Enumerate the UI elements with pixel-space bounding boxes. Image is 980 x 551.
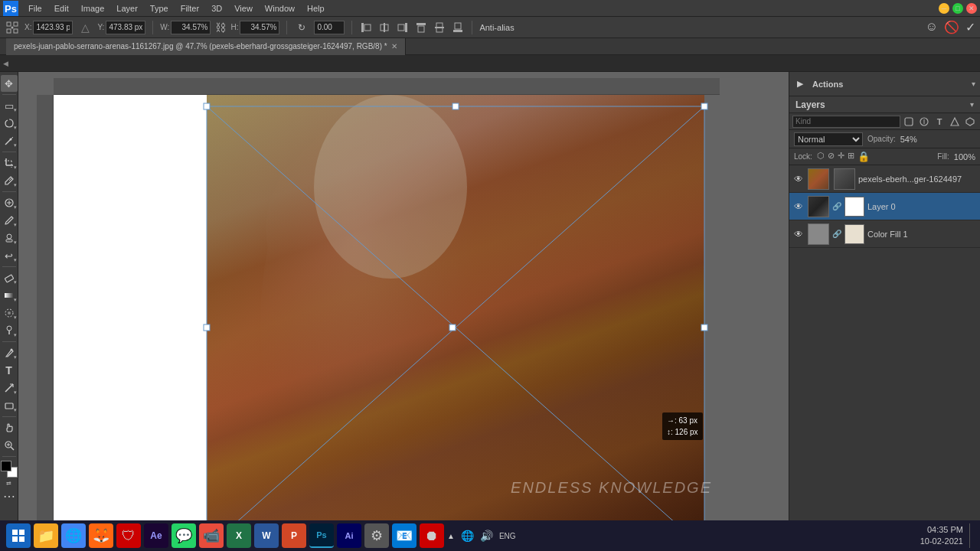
- pen-tool[interactable]: ▾: [1, 344, 18, 361]
- clone-stamp-tool[interactable]: ▾: [1, 230, 18, 246]
- record-icon[interactable]: ⏺: [420, 523, 444, 548]
- lock-artboard-icon[interactable]: ⊞: [848, 151, 854, 162]
- lasso-tool[interactable]: ▾: [1, 115, 18, 132]
- menu-type[interactable]: Type: [145, 2, 174, 15]
- blur-tool[interactable]: ▾: [1, 305, 18, 321]
- tab-close-button[interactable]: ✕: [391, 42, 397, 51]
- blend-mode-select[interactable]: Normal: [794, 132, 863, 146]
- zoom-tool[interactable]: [1, 437, 18, 454]
- collapse-icon[interactable]: ◀: [3, 60, 8, 67]
- eyedropper-tool[interactable]: ▾: [1, 172, 18, 189]
- aftereffects-icon[interactable]: Ae: [144, 523, 168, 548]
- layer-1-visibility-toggle[interactable]: 👁: [792, 201, 805, 213]
- cancel-transform-button[interactable]: 🚫: [944, 20, 959, 34]
- marquee-tool[interactable]: ▭▾: [1, 97, 18, 114]
- tray-up-arrow[interactable]: ▲: [447, 532, 455, 540]
- menu-view[interactable]: View: [229, 2, 258, 15]
- chrome-icon[interactable]: 🌐: [61, 523, 86, 548]
- eraser-tool[interactable]: ▾: [1, 269, 18, 286]
- menu-window[interactable]: Window: [260, 2, 300, 15]
- lock-transparent-icon[interactable]: ⬡: [817, 151, 825, 162]
- x-input[interactable]: [33, 21, 73, 34]
- w-input[interactable]: [171, 21, 211, 34]
- align-left-icon[interactable]: [359, 21, 373, 34]
- swap-colors-icon[interactable]: ⇄: [6, 480, 11, 487]
- layers-filter-adjustment-icon[interactable]: [917, 115, 931, 129]
- menu-layer[interactable]: Layer: [111, 2, 143, 15]
- menu-file[interactable]: File: [23, 2, 47, 15]
- video-icon[interactable]: 📹: [199, 523, 224, 548]
- h-input[interactable]: [240, 21, 279, 34]
- minimize-button[interactable]: ─: [939, 3, 949, 14]
- transform-reference-icon[interactable]: [5, 20, 20, 35]
- file-explorer-icon[interactable]: 📁: [34, 523, 58, 548]
- layer-0-visibility-toggle[interactable]: 👁: [792, 173, 805, 185]
- path-selection-tool[interactable]: ▾: [1, 380, 18, 396]
- brush-tool[interactable]: ▾: [1, 212, 18, 229]
- layers-filter-type-icon[interactable]: T: [933, 115, 946, 129]
- layer-row-2[interactable]: 👁 🔗 Color Fill 1: [789, 220, 980, 248]
- active-tab[interactable]: pexels-juan-pablo-serrano-arenas-1161267…: [6, 38, 406, 55]
- text-tool[interactable]: T: [1, 362, 18, 379]
- history-brush-tool[interactable]: ↩▾: [1, 247, 18, 264]
- align-bottom-icon[interactable]: [451, 21, 465, 34]
- more-tools-button[interactable]: ⋯: [3, 489, 15, 504]
- windows-start-button[interactable]: [6, 523, 31, 548]
- maximize-button[interactable]: □: [952, 3, 963, 14]
- healing-brush-tool[interactable]: ▾: [1, 194, 18, 211]
- menu-filter[interactable]: Filter: [175, 2, 204, 15]
- face-icon[interactable]: ☺: [926, 20, 938, 34]
- actions-collapse-button[interactable]: ▾: [972, 80, 975, 88]
- settings-icon[interactable]: ⚙: [364, 523, 389, 548]
- whatsapp-icon[interactable]: 💬: [172, 523, 196, 548]
- lock-all-icon[interactable]: 🔒: [858, 151, 870, 162]
- move-tool[interactable]: ✥: [1, 75, 18, 92]
- align-right-icon[interactable]: [396, 21, 410, 34]
- shape-tool[interactable]: ▾: [1, 397, 18, 414]
- network-icon[interactable]: 🌐: [461, 530, 474, 542]
- color-picker[interactable]: [1, 461, 18, 478]
- canvas-area[interactable]: →: 63 px ↕: 126 px ENDLESS KNOWLEDGE 47.…: [18, 72, 789, 551]
- dodge-tool[interactable]: ▾: [1, 322, 18, 339]
- word-icon[interactable]: W: [254, 523, 279, 548]
- hand-tool[interactable]: [1, 419, 18, 436]
- chain-icon[interactable]: ⛓: [215, 21, 226, 34]
- layer-row-0[interactable]: 👁 pexels-eberh...ger-1624497: [789, 165, 980, 193]
- crop-tool[interactable]: ▾: [1, 155, 18, 171]
- layers-filter-smartobject-icon[interactable]: [963, 115, 977, 129]
- magic-wand-tool[interactable]: ▾: [1, 132, 18, 149]
- rotation-input[interactable]: [314, 21, 345, 34]
- excel-icon[interactable]: X: [227, 523, 251, 548]
- outlook-icon[interactable]: 📧: [392, 523, 416, 548]
- menu-image[interactable]: Image: [76, 2, 110, 15]
- close-button[interactable]: ✕: [966, 3, 977, 14]
- layers-kind-input[interactable]: [792, 116, 900, 128]
- powerpoint-icon[interactable]: P: [282, 523, 306, 548]
- volume-icon[interactable]: 🔊: [480, 530, 493, 542]
- gradient-tool[interactable]: ▾: [1, 287, 18, 304]
- align-vcenter-icon[interactable]: [433, 21, 446, 34]
- layer-2-visibility-toggle[interactable]: 👁: [792, 228, 805, 240]
- confirm-transform-button[interactable]: ✓: [965, 20, 975, 34]
- align-top-icon[interactable]: [414, 21, 428, 34]
- align-center-icon[interactable]: [377, 21, 391, 34]
- lock-position-icon[interactable]: ✛: [838, 151, 844, 162]
- layers-panel-collapse-button[interactable]: ▾: [970, 100, 974, 109]
- ae2-icon[interactable]: Ai: [337, 523, 361, 548]
- layers-filter-shape-icon[interactable]: [948, 115, 962, 129]
- antivirus-icon[interactable]: 🛡: [116, 523, 141, 548]
- canvas-container[interactable]: →: 63 px ↕: 126 px ENDLESS KNOWLEDGE: [54, 95, 720, 551]
- firefox-icon[interactable]: 🦊: [89, 523, 113, 548]
- menu-3d[interactable]: 3D: [206, 2, 227, 15]
- lock-paint-icon[interactable]: ⊘: [828, 151, 835, 162]
- y-input[interactable]: [106, 21, 145, 34]
- foreground-color-swatch[interactable]: [1, 461, 11, 471]
- show-desktop-button[interactable]: [969, 523, 974, 548]
- photoshop-taskbar-icon[interactable]: Ps: [309, 523, 334, 548]
- menu-help[interactable]: Help: [302, 2, 330, 15]
- play-icon[interactable]: ▶: [794, 78, 806, 90]
- menu-edit[interactable]: Edit: [49, 2, 74, 15]
- layers-list[interactable]: 👁 pexels-eberh...ger-1624497 👁 🔗 Layer 0: [789, 165, 980, 534]
- layer-row-1[interactable]: 👁 🔗 Layer 0: [789, 193, 980, 220]
- layers-filter-pixel-icon[interactable]: [902, 115, 916, 129]
